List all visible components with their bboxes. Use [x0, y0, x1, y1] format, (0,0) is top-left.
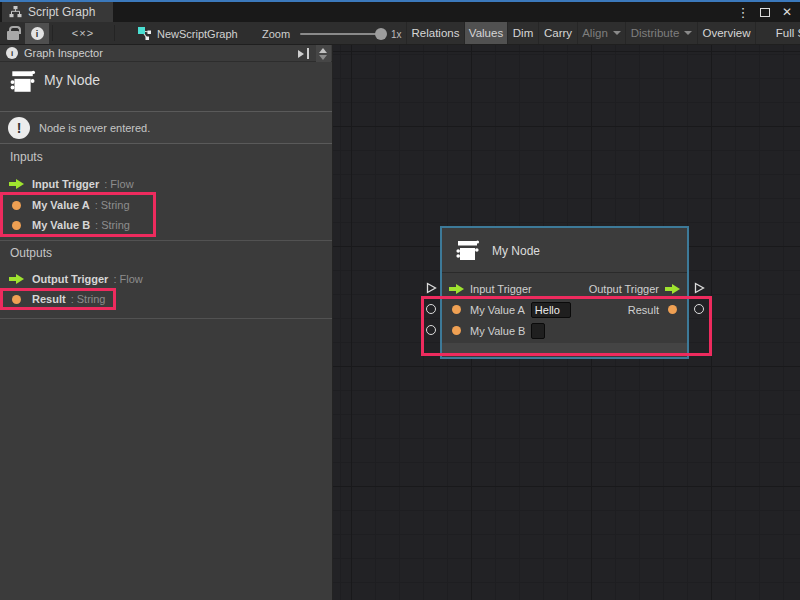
external-value-port-result[interactable]	[694, 304, 704, 314]
inspector-header: i Graph Inspector	[0, 45, 332, 62]
carry-button[interactable]: Carry	[538, 22, 577, 44]
inspector-port-row-value-a: My Value A : String	[9, 196, 130, 214]
outputs-heading: Outputs	[10, 246, 52, 260]
inputs-heading: Inputs	[10, 150, 43, 164]
dim-button[interactable]: Dim	[507, 22, 538, 44]
inspector-port-row-input-trigger: Input Trigger : Flow	[9, 175, 134, 193]
output-trigger-port-icon[interactable]	[665, 284, 680, 294]
node-icon	[8, 67, 36, 95]
section-divider	[0, 318, 332, 319]
inspector-port-row-output-trigger: Output Trigger : Flow	[9, 270, 143, 288]
dock-panel-icon[interactable]	[298, 48, 311, 59]
external-value-port-a[interactable]	[426, 304, 436, 314]
tab-label: Script Graph	[28, 5, 95, 19]
values-button[interactable]: Values	[464, 22, 507, 44]
node-title: My Node	[492, 244, 540, 258]
input-trigger-label: Input Trigger	[470, 283, 532, 295]
align-button[interactable]: Align	[577, 22, 625, 44]
graph-inspector-panel: i Graph Inspector My Node ! Node is neve…	[0, 45, 333, 600]
warning-text: Node is never entered.	[39, 122, 150, 134]
inspector-port-row-value-b: My Value B : String	[9, 216, 130, 234]
result-port-icon[interactable]	[668, 305, 677, 314]
graph-asset-name: NewScriptGraph	[157, 28, 238, 40]
value-b-label: My Value B	[470, 325, 525, 337]
info-icon: i	[31, 27, 44, 40]
toolbar-separator	[114, 25, 115, 41]
panel-spinner[interactable]	[316, 45, 331, 62]
node-row-value-a: My Value A Result	[442, 299, 687, 320]
window-controls	[732, 2, 798, 22]
external-flow-port-out[interactable]	[694, 282, 705, 294]
zoom-slider-knob[interactable]	[375, 28, 387, 40]
graph-canvas[interactable]: My Node Input Trigger Output Trigger My …	[333, 45, 800, 600]
external-flow-port-in[interactable]	[426, 282, 437, 294]
result-label: Result	[628, 304, 659, 316]
maximize-icon[interactable]	[754, 2, 776, 22]
overview-button[interactable]: Overview	[697, 22, 755, 44]
chevron-down-icon	[684, 31, 692, 35]
toolbar: i NewScriptGraph Zoom 1x Relations Value…	[0, 22, 800, 45]
graph-asset-icon	[137, 26, 152, 41]
script-graph-hierarchy-icon	[9, 6, 22, 18]
tab-script-graph[interactable]: Script Graph	[2, 2, 113, 22]
warning-box: ! Node is never entered.	[0, 111, 332, 144]
distribute-button[interactable]: Distribute	[625, 22, 697, 44]
toolbar-separator	[52, 25, 53, 41]
zoom-slider-track[interactable]	[300, 33, 384, 35]
relations-button[interactable]: Relations	[406, 22, 464, 44]
inspector-node-title: My Node	[44, 72, 100, 88]
lock-icon[interactable]	[7, 31, 19, 40]
window-menu-icon[interactable]	[732, 2, 754, 22]
graph-asset-button[interactable]: NewScriptGraph	[137, 25, 238, 42]
flow-port-icon	[9, 179, 24, 189]
node-row-value-b: My Value B	[442, 320, 687, 341]
external-value-port-b[interactable]	[426, 325, 436, 335]
section-divider	[0, 240, 332, 241]
node-footer	[442, 343, 687, 354]
info-icon: i	[6, 47, 18, 59]
value-b-port-icon[interactable]	[452, 326, 461, 335]
code-preview-button[interactable]	[62, 24, 104, 42]
node-icon	[454, 237, 480, 263]
toolbar-buttons: Relations Values Dim Carry Align Distrib…	[406, 22, 800, 44]
zoom-label: Zoom	[262, 28, 290, 40]
graph-node-my-node[interactable]: My Node Input Trigger Output Trigger My …	[440, 226, 689, 359]
value-port-icon	[12, 295, 21, 304]
flow-port-icon	[9, 274, 24, 284]
value-a-label: My Value A	[470, 304, 525, 316]
value-b-input[interactable]	[531, 323, 545, 339]
value-port-icon	[12, 221, 21, 230]
value-a-input[interactable]	[531, 302, 571, 318]
chevron-down-icon	[613, 31, 621, 35]
zoom-value: 1x	[391, 29, 402, 40]
inspector-title: Graph Inspector	[24, 47, 103, 59]
output-trigger-label: Output Trigger	[589, 283, 659, 295]
node-header[interactable]: My Node	[442, 228, 687, 273]
inspector-port-row-result: Result : String	[9, 290, 105, 308]
node-row-triggers: Input Trigger Output Trigger	[442, 278, 687, 299]
value-a-port-icon[interactable]	[452, 305, 461, 314]
value-port-icon	[12, 201, 21, 210]
titlebar: Script Graph	[0, 0, 800, 22]
warning-icon: !	[8, 117, 30, 139]
close-icon[interactable]	[776, 2, 798, 22]
input-trigger-port-icon[interactable]	[449, 284, 464, 294]
fullscreen-button[interactable]: Full S	[755, 22, 800, 44]
inspector-toggle-button[interactable]: i	[25, 23, 49, 44]
